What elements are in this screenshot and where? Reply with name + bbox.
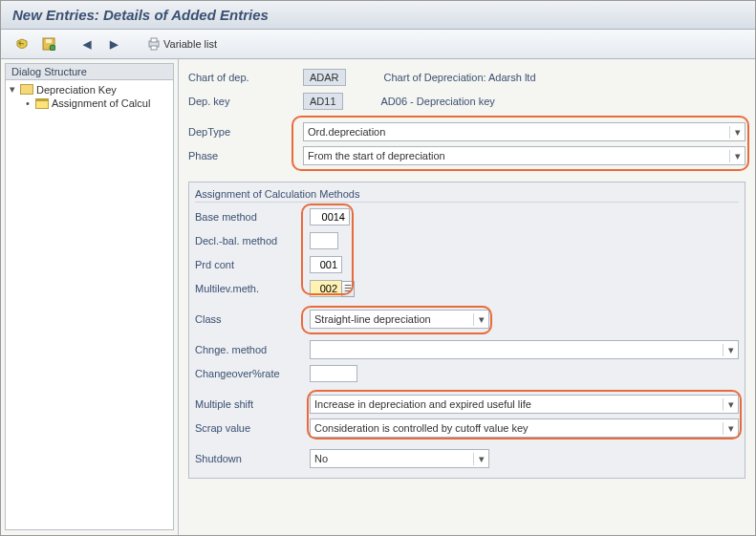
chnge-method-row: Chnge. method ▾ xyxy=(195,339,739,360)
print-icon xyxy=(147,37,161,51)
calc-methods-group: Assignment of Calculation Methods Base m… xyxy=(188,182,745,479)
changeover-row: Changeover%rate xyxy=(195,363,739,384)
tree-item-depreciation-key[interactable]: ▾ Depreciation Key xyxy=(6,82,173,96)
class-label: Class xyxy=(195,313,310,325)
shutdown-row: Shutdown No ▾ xyxy=(195,448,739,469)
tree-label: Depreciation Key xyxy=(36,84,117,96)
dep-key-value: AD11 xyxy=(303,93,343,110)
chevron-down-icon: ▾ xyxy=(729,126,745,139)
base-method-row: Base method xyxy=(195,206,739,227)
dialog-structure-pane: Dialog Structure ▾ Depreciation Key • As… xyxy=(1,59,179,536)
chart-of-dep-row: Chart of dep. ADAR Chart of Depreciation… xyxy=(188,67,745,88)
multilev-input[interactable] xyxy=(310,280,342,297)
class-select[interactable]: Straight-line depreciation ▾ xyxy=(310,310,489,329)
folder-icon xyxy=(20,84,33,95)
changeover-input[interactable] xyxy=(310,365,357,382)
dep-key-row: Dep. key AD11 AD06 - Depreciation key xyxy=(188,91,745,112)
multiple-shift-value: Increase in depreciation and expired use… xyxy=(314,398,531,410)
deptype-select[interactable]: Ord.depreciation ▾ xyxy=(303,122,745,141)
prd-cont-label: Prd cont xyxy=(195,259,310,270)
decl-bal-label: Decl.-bal. method xyxy=(195,235,310,247)
toggle-icon[interactable] xyxy=(11,33,33,54)
detail-pane: Chart of dep. ADAR Chart of Depreciation… xyxy=(179,59,755,536)
toolbar: ◀ ▶ Variable list xyxy=(1,30,755,59)
scrap-value-select[interactable]: Consideration is controlled by cutoff va… xyxy=(310,418,739,438)
multiple-shift-row: Multiple shift Increase in depreciation … xyxy=(195,394,739,415)
chevron-down-icon: ▾ xyxy=(723,422,738,435)
deptype-row: DepType Ord.depreciation ▾ xyxy=(188,121,745,142)
tree: ▾ Depreciation Key • Assignment of Calcu… xyxy=(5,80,174,530)
chart-of-dep-value: ADAR xyxy=(303,69,346,86)
chnge-method-label: Chnge. method xyxy=(195,344,310,355)
calc-methods-title: Assignment of Calculation Methods xyxy=(195,186,739,203)
multiple-shift-label: Multiple shift xyxy=(195,398,310,410)
class-value: Straight-line depreciation xyxy=(314,313,431,325)
decl-bal-input[interactable] xyxy=(310,232,338,249)
chevron-down-icon: ▾ xyxy=(723,398,738,411)
class-row: Class Straight-line depreciation ▾ xyxy=(195,309,739,330)
scrap-value-value: Consideration is controlled by cutoff va… xyxy=(314,422,529,434)
svg-rect-4 xyxy=(151,38,157,42)
base-method-label: Base method xyxy=(195,211,310,223)
multiple-shift-select[interactable]: Increase in depreciation and expired use… xyxy=(310,395,739,414)
shutdown-select[interactable]: No ▾ xyxy=(310,449,489,468)
changeover-label: Changeover%rate xyxy=(195,368,310,379)
prd-cont-row: Prd cont xyxy=(195,254,739,275)
window-title: New Entries: Details of Added Entries xyxy=(1,1,755,30)
chevron-down-icon: ▾ xyxy=(729,150,745,162)
variable-list-label: Variable list xyxy=(163,38,217,50)
phase-label: Phase xyxy=(188,150,303,161)
phase-value: From the start of depreciation xyxy=(308,150,445,161)
phase-select[interactable]: From the start of depreciation ▾ xyxy=(303,146,745,165)
chevron-down-icon: ▾ xyxy=(473,313,488,326)
folder-open-icon xyxy=(35,98,49,109)
svg-rect-5 xyxy=(151,46,157,50)
chart-of-dep-label: Chart of dep. xyxy=(188,72,303,83)
chnge-method-select[interactable]: ▾ xyxy=(310,340,739,359)
chevron-down-icon: ▾ xyxy=(473,453,488,465)
tree-collapse-icon[interactable]: ▾ xyxy=(8,83,17,96)
tree-label: Assignment of Calcul xyxy=(52,97,150,109)
multilev-label: Multilev.meth. xyxy=(195,283,310,294)
tree-item-assignment[interactable]: • Assignment of Calcul xyxy=(6,96,173,110)
multilev-row: Multilev.meth. ☰ xyxy=(195,278,739,299)
prev-icon[interactable]: ◀ xyxy=(76,33,98,54)
chevron-down-icon: ▾ xyxy=(723,344,738,356)
scrap-value-row: Scrap value Consideration is controlled … xyxy=(195,418,739,439)
tree-leaf-icon: • xyxy=(23,97,32,109)
search-help-icon[interactable]: ☰ xyxy=(341,281,355,297)
dialog-structure-header: Dialog Structure xyxy=(5,63,174,80)
dep-key-label: Dep. key xyxy=(188,96,303,107)
shutdown-label: Shutdown xyxy=(195,453,310,464)
chart-of-dep-desc: Chart of Depreciation: Adarsh ltd xyxy=(384,72,536,83)
svg-rect-1 xyxy=(46,39,52,43)
deptype-label: DepType xyxy=(188,126,303,138)
next-icon[interactable]: ▶ xyxy=(102,33,125,54)
prd-cont-input[interactable] xyxy=(310,256,342,273)
dep-key-desc: AD06 - Depreciation key xyxy=(381,96,495,107)
base-method-input[interactable] xyxy=(310,208,350,225)
shutdown-value: No xyxy=(314,453,328,464)
variable-list-button[interactable]: Variable list xyxy=(140,34,224,54)
decl-bal-row: Decl.-bal. method xyxy=(195,230,739,251)
phase-row: Phase From the start of depreciation ▾ xyxy=(188,145,745,166)
scrap-value-label: Scrap value xyxy=(195,422,310,434)
svg-point-2 xyxy=(50,45,55,51)
save-icon[interactable] xyxy=(37,33,60,54)
deptype-value: Ord.depreciation xyxy=(308,126,385,138)
